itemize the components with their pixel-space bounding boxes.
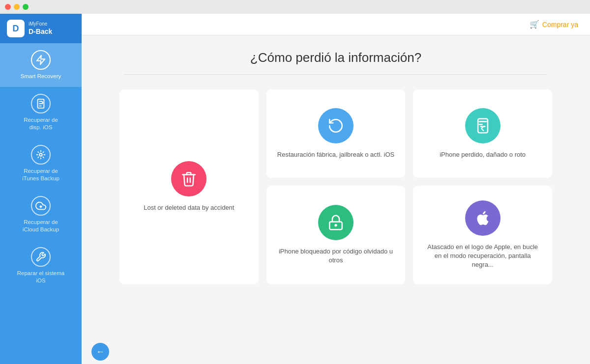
logo-icon: D [7, 20, 25, 37]
app-container: D iMyFone D-Back Smart RecoveryRecuperar… [0, 14, 590, 364]
sidebar-label-smart-recovery: Smart Recovery [21, 73, 61, 80]
card-factory-restore[interactable]: Restauración fábrica, jailbreak o actl. … [266, 89, 406, 178]
sidebar-item-smart-recovery[interactable]: Smart Recovery [0, 43, 82, 87]
card-label-lost-deleted: Lost or deleted data by accident [144, 203, 234, 212]
sidebar-label-repair-ios: Reparar el sistemaiOS [17, 270, 65, 284]
traffic-light-minimize[interactable] [14, 4, 20, 10]
sidebar-icon-smart-recovery [31, 50, 51, 70]
back-icon: ← [96, 347, 105, 357]
card-icon-locked [318, 205, 354, 240]
cart-icon: 🛒 [530, 20, 539, 29]
card-label-lost-damaged: iPhone perdido, dañado o roto [440, 150, 526, 159]
card-label-factory-restore: Restauración fábrica, jailbreak o actl. … [277, 150, 394, 159]
sidebar-item-repair-ios[interactable]: Reparar el sistemaiOS [0, 240, 82, 291]
sidebar-items: Smart RecoveryRecuperar dedisp. iOSRecup… [0, 43, 82, 291]
cards-grid: Lost or deleted data by accidentRestaura… [119, 89, 552, 284]
sidebar-item-recover-icloud[interactable]: Recuperar deiCloud Backup [0, 189, 82, 240]
card-locked[interactable]: iPhone bloqueado por código olvidado u o… [266, 186, 406, 284]
buy-label: Comprar ya [542, 21, 578, 28]
sidebar-item-recover-ios[interactable]: Recuperar dedisp. iOS [0, 87, 82, 138]
traffic-light-maximize[interactable] [23, 4, 29, 10]
top-bar: 🛒 Comprar ya [82, 14, 590, 35]
sidebar-item-recover-itunes[interactable]: Recuperar deiTunes Backup [0, 138, 82, 189]
card-label-stuck-apple: Atascado en el logo de Apple, en bucle e… [423, 243, 542, 270]
svg-point-7 [335, 224, 337, 226]
card-icon-lost-damaged [465, 108, 501, 143]
title-bar [0, 0, 590, 14]
divider [124, 74, 547, 75]
sidebar-label-recover-itunes: Recuperar deiTunes Backup [22, 168, 59, 182]
buy-button[interactable]: 🛒 Comprar ya [530, 20, 578, 29]
card-icon-factory-restore [318, 108, 354, 143]
sidebar-icon-recover-icloud [31, 196, 51, 216]
main-content: 🛒 Comprar ya ¿Cómo perdió la información… [82, 14, 590, 364]
card-stuck-apple[interactable]: Atascado en el logo de Apple, en bucle e… [413, 186, 552, 284]
card-icon-lost-deleted [171, 161, 206, 196]
logo-brand: iMyFone [29, 21, 52, 27]
sidebar-icon-recover-ios [31, 94, 51, 113]
traffic-light-close[interactable] [5, 4, 11, 10]
svg-point-1 [39, 153, 42, 156]
sidebar-logo: D iMyFone D-Back [0, 14, 82, 43]
logo-text: iMyFone D-Back [29, 21, 52, 36]
sidebar-icon-repair-ios [31, 247, 51, 267]
card-icon-stuck-apple [465, 200, 501, 236]
card-label-locked: iPhone bloqueado por código olvidado u o… [276, 247, 396, 265]
logo-name: D-Back [29, 27, 52, 36]
back-button[interactable]: ← [91, 343, 109, 361]
content-area: ¿Cómo perdió la información? Lost or del… [82, 35, 590, 339]
sidebar: D iMyFone D-Back Smart RecoveryRecuperar… [0, 14, 82, 364]
page-title: ¿Cómo perdió la información? [250, 50, 421, 65]
sidebar-label-recover-ios: Recuperar dedisp. iOS [24, 116, 58, 131]
card-lost-deleted[interactable]: Lost or deleted data by accident [119, 89, 259, 284]
bottom-nav: ← [82, 339, 590, 364]
sidebar-label-recover-icloud: Recuperar deiCloud Backup [23, 219, 59, 233]
sidebar-icon-recover-itunes [31, 145, 51, 165]
card-lost-damaged[interactable]: iPhone perdido, dañado o roto [413, 89, 552, 178]
